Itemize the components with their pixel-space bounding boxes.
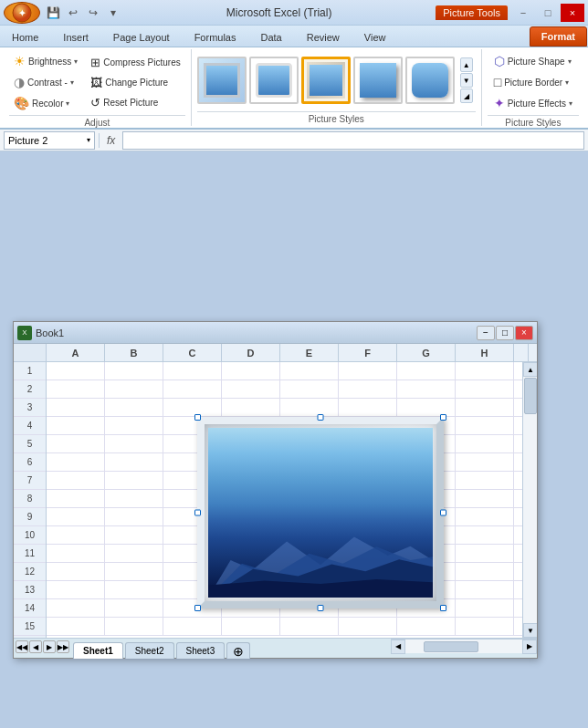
recolor-button[interactable]: 🎨 Recolor ▾ <box>9 93 82 113</box>
cell[interactable] <box>47 472 105 489</box>
cell[interactable] <box>47 435 105 452</box>
tab-review[interactable]: Review <box>295 26 352 47</box>
cell[interactable] <box>105 508 163 525</box>
cell[interactable] <box>456 563 514 580</box>
cell[interactable] <box>47 599 105 617</box>
customize-qa-btn[interactable]: ▾ <box>104 4 122 22</box>
handle-tl[interactable] <box>194 414 201 421</box>
cell[interactable] <box>456 508 514 525</box>
picture-effects-button[interactable]: ✦ Picture Effects ▾ <box>488 93 579 113</box>
cell[interactable] <box>105 435 163 452</box>
cell[interactable] <box>456 490 514 507</box>
cell[interactable] <box>105 526 163 544</box>
cell[interactable] <box>105 399 163 416</box>
cell[interactable] <box>105 545 163 562</box>
tab-insert[interactable]: Insert <box>51 26 100 47</box>
undo-btn[interactable]: ↩ <box>64 4 82 22</box>
minimize-btn[interactable]: − <box>511 4 535 22</box>
cell[interactable] <box>222 399 280 416</box>
pic-style-2[interactable] <box>249 57 299 104</box>
handle-bl[interactable] <box>194 605 201 611</box>
cell[interactable] <box>222 362 280 380</box>
cell[interactable] <box>339 399 397 416</box>
ss-hscroll-right[interactable]: ▶ <box>522 640 537 654</box>
handle-mr[interactable] <box>440 510 446 516</box>
cell[interactable] <box>456 435 514 452</box>
tab-format[interactable]: Format <box>530 26 587 47</box>
pic-style-4[interactable] <box>353 57 403 104</box>
close-btn[interactable]: × <box>561 4 584 22</box>
cell[interactable] <box>456 380 514 398</box>
handle-br[interactable] <box>440 605 446 611</box>
maximize-btn[interactable]: □ <box>536 4 560 22</box>
tab-home[interactable]: Home <box>0 26 50 47</box>
cell[interactable] <box>47 453 105 471</box>
ss-prev-sheet[interactable]: ◀ <box>29 640 42 653</box>
handle-tr[interactable] <box>440 414 446 421</box>
picture-shape-button[interactable]: ⬡ Picture Shape ▾ <box>488 51 579 71</box>
cell[interactable] <box>456 362 514 380</box>
handle-tm[interactable] <box>318 414 324 421</box>
pic-style-3[interactable] <box>301 57 351 104</box>
formula-input[interactable] <box>122 131 584 150</box>
pic-style-5[interactable] <box>405 57 455 104</box>
save-quick-btn[interactable]: 💾 <box>44 4 62 22</box>
brightness-button[interactable]: ☀ Brightness ▾ <box>9 51 82 71</box>
cell[interactable] <box>456 526 514 544</box>
cell[interactable] <box>280 362 339 380</box>
ss-last-sheet[interactable]: ▶▶ <box>57 640 69 653</box>
cell[interactable] <box>105 618 163 635</box>
ss-scroll-thumb[interactable] <box>524 378 537 414</box>
ss-cells[interactable] <box>47 362 522 638</box>
cell[interactable] <box>339 362 397 380</box>
cell[interactable] <box>163 399 222 416</box>
cell[interactable] <box>163 380 222 398</box>
cell[interactable] <box>456 417 514 434</box>
cell[interactable] <box>280 399 339 416</box>
pic-style-1[interactable] <box>197 57 247 104</box>
cell[interactable] <box>47 508 105 525</box>
pic-style-more[interactable]: ◢ <box>460 88 473 103</box>
name-box[interactable]: Picture 2 ▾ <box>4 131 95 150</box>
cell[interactable] <box>456 453 514 471</box>
ss-hscroll-left[interactable]: ◀ <box>391 640 405 654</box>
tab-data[interactable]: Data <box>248 26 293 47</box>
cell[interactable] <box>280 380 339 398</box>
reset-picture-button[interactable]: ↺ Reset Picture <box>86 93 184 112</box>
ss-sheet-1[interactable]: Sheet1 <box>73 642 123 659</box>
cell[interactable] <box>47 399 105 416</box>
ss-add-sheet[interactable]: ⊕ <box>226 642 250 659</box>
ss-sheet-2[interactable]: Sheet2 <box>125 642 174 659</box>
cell[interactable] <box>456 472 514 489</box>
cell[interactable] <box>47 380 105 398</box>
cell[interactable] <box>105 490 163 507</box>
cell[interactable] <box>339 380 397 398</box>
cell[interactable] <box>163 618 222 635</box>
cell[interactable] <box>105 599 163 617</box>
cell[interactable] <box>280 618 339 635</box>
cell[interactable] <box>397 362 456 380</box>
cell[interactable] <box>105 380 163 398</box>
cell[interactable] <box>105 472 163 489</box>
cell[interactable] <box>105 581 163 598</box>
cell[interactable] <box>339 618 397 635</box>
cell[interactable] <box>47 526 105 544</box>
cell[interactable] <box>456 599 514 617</box>
cell[interactable] <box>222 380 280 398</box>
cell[interactable] <box>47 618 105 635</box>
cell[interactable] <box>47 490 105 507</box>
ss-scroll-up[interactable]: ▲ <box>523 362 537 377</box>
picture-border-button[interactable]: □ Picture Border ▾ <box>488 72 579 92</box>
office-button[interactable]: ✦ <box>4 2 40 24</box>
handle-ml[interactable] <box>194 510 201 516</box>
picture-container[interactable] <box>197 417 444 608</box>
cell[interactable] <box>105 453 163 471</box>
ss-minimize[interactable]: − <box>477 326 495 340</box>
compress-button[interactable]: ⊞ Compress Pictures <box>86 53 184 72</box>
ss-maximize[interactable]: □ <box>496 326 514 340</box>
cell[interactable] <box>456 399 514 416</box>
cell[interactable] <box>47 563 105 580</box>
cell[interactable] <box>397 399 456 416</box>
ss-hscroll-track[interactable] <box>405 640 522 653</box>
ss-hscroll-thumb[interactable] <box>424 641 478 652</box>
